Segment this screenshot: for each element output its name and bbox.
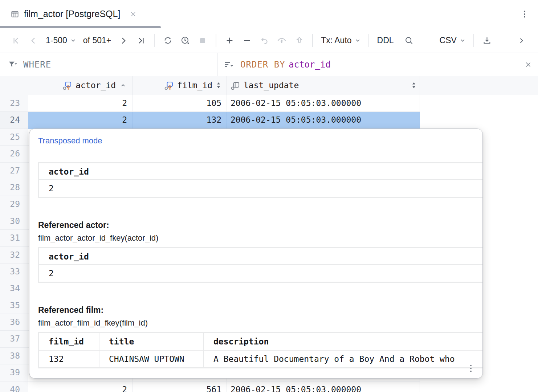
referenced-actor-mini-table: actor_id 2 [38,247,482,283]
ddl-button[interactable]: DDL [374,33,397,49]
row-filler [420,112,538,128]
tab-title: film_actor [PostgreSQL] [24,9,120,19]
mini-table-value-cell[interactable]: 2 [39,180,482,197]
row-number[interactable]: 29 [0,196,28,213]
referenced-film-fkey: film_actor_film_id_fkey(film_id) [38,318,482,328]
cell-actor-id[interactable]: 2 [28,112,133,128]
cell-last-update[interactable]: 2006-02-15 05:05:03.000000 [227,381,420,392]
add-row-button[interactable] [221,33,237,49]
next-page-button[interactable] [115,33,131,49]
revert-changes-button[interactable] [256,33,272,49]
auto-refresh-clock-button[interactable] [177,33,193,49]
active-tab-underline [0,26,161,28]
filter-close-icon[interactable] [518,53,538,76]
tx-mode-dropdown[interactable]: Tx: Auto [318,33,363,49]
row-number[interactable]: 40 [0,381,28,392]
referenced-actor-title: Referenced actor: [38,220,482,230]
previous-page-button[interactable] [25,33,41,49]
transposed-mode-link[interactable]: Transposed mode [38,136,102,146]
grid-header: actor_id film_id last_ [0,76,538,95]
row-number[interactable]: 26 [0,146,28,162]
window-menu-kebab-icon[interactable] [521,9,529,19]
mini-table-value-cell[interactable]: 2 [39,265,482,282]
export-format-dropdown[interactable]: CSV [437,33,468,49]
chevron-down-icon [460,38,465,43]
row-number[interactable]: 33 [0,264,28,280]
where-filter-input[interactable]: WHERE [0,53,218,76]
row-number[interactable]: 37 [0,331,28,347]
reload-data-button[interactable] [160,33,176,49]
cell-last-update[interactable]: 2006-02-15 05:05:03.000000 [227,95,420,112]
row-number[interactable]: 23 [0,95,28,112]
row-number[interactable]: 28 [0,179,28,196]
row-number-header[interactable] [0,76,28,95]
mini-table-header-cell: actor_id [39,163,482,180]
page-range-dropdown[interactable]: 1-500 [43,33,79,49]
table-icon [10,9,20,19]
popup-menu-kebab-icon[interactable] [467,363,474,374]
mini-table-value-cell[interactable]: A Beautiful Documentary of a Boy And a R… [204,351,482,367]
cell-film-id[interactable]: 105 [133,95,227,112]
tab-film-actor[interactable]: film_actor [PostgreSQL] [10,9,137,19]
order-by-input[interactable]: ORDER BY actor_id [218,53,518,76]
toolbar-separator [368,34,369,47]
foreign-key-icon [164,81,174,90]
export-download-button[interactable] [479,33,495,49]
tab-bar: film_actor [PostgreSQL] [0,0,538,28]
chevron-down-icon [70,38,76,43]
cell-film-id[interactable]: 561 [133,381,227,392]
row-number[interactable]: 32 [0,247,28,264]
submit-changes-button[interactable] [291,33,307,49]
sort-ascending-icon [119,81,127,89]
stop-query-button[interactable] [195,33,211,49]
row-number[interactable]: 31 [0,230,28,246]
row-number[interactable]: 38 [0,348,28,364]
mini-table-header-cell: film_id [39,333,99,350]
mini-table-value-cell[interactable]: 132 [39,351,99,367]
delete-row-button[interactable] [239,33,255,49]
preview-changes-button[interactable] [274,33,290,49]
toolbar-separator [473,34,474,47]
row-number[interactable]: 39 [0,364,28,381]
table-row[interactable]: 4025612006-02-15 05:05:03.000000 [0,381,538,392]
row-number[interactable]: 35 [0,297,28,314]
cell-film-id[interactable]: 132 [133,112,227,128]
filter-row: WHERE ORDER BY actor_id [0,53,538,76]
row-number[interactable]: 25 [0,129,28,146]
row-filler [420,95,538,112]
tab-close-icon[interactable] [130,11,137,18]
referenced-film-mini-table: film_id title description 132 CHAINSAW U… [38,332,482,368]
referenced-actor-fkey: film_actor_actor_id_fkey(actor_id) [38,233,482,243]
column-header-last-update[interactable]: last_update [227,76,420,95]
more-toolbar-chevron-button[interactable] [513,33,529,49]
mini-table-header-cell: description [204,333,482,350]
last-page-button[interactable] [133,33,149,49]
export-format-label: CSV [440,36,457,45]
row-number[interactable]: 34 [0,280,28,297]
total-rows-label: of 501+ [80,33,114,49]
chevron-down-icon [355,38,360,43]
column-header-film-id[interactable]: film_id [133,76,227,95]
mini-table-header-cell: title [99,333,204,350]
sortable-icon [216,81,221,89]
column-icon [231,81,240,90]
row-number[interactable]: 36 [0,314,28,331]
column-label: film_id [177,81,212,90]
chevron-right-icon [517,36,526,45]
first-page-button[interactable] [8,33,24,49]
row-number[interactable]: 27 [0,163,28,179]
search-icon [404,36,414,45]
row-number[interactable]: 24 [0,112,28,128]
current-row-mini-table: actor_id 2 [38,162,482,198]
cell-actor-id[interactable]: 2 [28,381,133,392]
table-row[interactable]: 2321052006-02-15 05:05:03.000000 [0,95,538,112]
search-button[interactable] [401,33,417,49]
row-number[interactable]: 30 [0,213,28,230]
cell-last-update[interactable]: 2006-02-15 05:05:03.000000 [227,112,420,128]
sort-lines-icon [224,60,235,70]
table-row[interactable]: 2421322006-02-15 05:05:03.000000 [0,112,538,128]
order-by-column: actor_id [289,60,331,70]
cell-actor-id[interactable]: 2 [28,95,133,112]
mini-table-value-cell[interactable]: CHAINSAW UPTOWN [99,351,204,367]
column-header-actor-id[interactable]: actor_id [28,76,133,95]
